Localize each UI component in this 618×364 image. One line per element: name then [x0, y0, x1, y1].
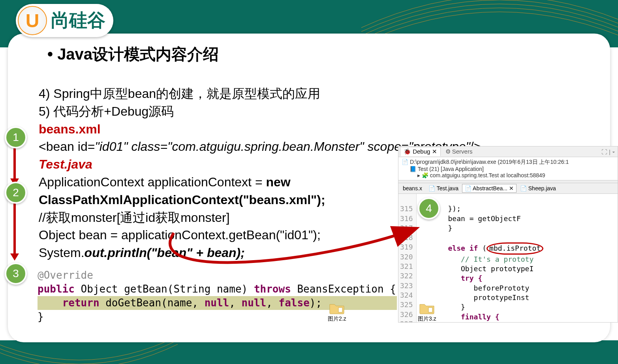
arrow-1-2: [13, 147, 16, 178]
logo-icon: U: [18, 6, 47, 35]
folder-image3[interactable]: 图片3.z: [418, 302, 436, 323]
gutter: 315 316 317 318 319 320 321 322 323 324 …: [398, 194, 417, 323]
step-badge-4: 4: [418, 197, 440, 220]
bullet-4: 4) Spring中原型bean的创建，就是原型模式的应用: [39, 85, 602, 103]
editor-tab-beans[interactable]: beans.x: [400, 184, 425, 193]
arrow-head-2: [10, 253, 19, 261]
editor-tab-abstract[interactable]: 📄 AbstractBea... ✕: [462, 184, 517, 193]
tab-debug[interactable]: 🐞 Debug ✕: [400, 147, 441, 156]
highlight-isPrototype: mbd.isProtot: [487, 242, 543, 254]
step-badge-1: 1: [5, 126, 27, 148]
tab-servers[interactable]: ⚙ Servers: [442, 147, 476, 156]
svg-rect-1: [338, 308, 342, 312]
bg-bottom: [0, 340, 618, 364]
step-badge-2: 2: [5, 182, 27, 204]
debug-thread[interactable]: ▸ 🧩 com.atguigu.spring.test.Test at loca…: [402, 172, 614, 178]
folder-icon: [329, 302, 345, 315]
editor-tab-sheep[interactable]: 📄 Sheep.java: [517, 184, 559, 193]
folder-icon: [419, 302, 435, 315]
svg-rect-2: [428, 308, 432, 312]
ide-debug-panel: 🐞 Debug ✕ ⚙ Servers ⛶ | ▾ 📄 D:\program\j…: [398, 146, 618, 323]
panel-controls[interactable]: ⛶ | ▾: [601, 148, 618, 155]
folder-image2[interactable]: 图片2.z: [328, 302, 346, 323]
logo-text: 尚硅谷: [51, 8, 105, 33]
editor-tab-test[interactable]: 📄 Test.java: [426, 184, 461, 193]
beans-xml-label: beans.xml: [39, 120, 602, 138]
bullet-5: 5) 代码分析+Debug源码: [39, 103, 602, 120]
arrow-2-3: [13, 202, 16, 253]
debug-app[interactable]: 📘 Test (21) [Java Application]: [402, 166, 614, 172]
step-badge-3: 3: [5, 263, 27, 285]
logo: U 尚硅谷: [16, 4, 113, 37]
debug-process: 📄 D:\program\jdk8.0\jre\bin\javaw.exe (2…: [402, 159, 614, 166]
slide-title: Java设计模式内容介绍: [47, 43, 602, 65]
